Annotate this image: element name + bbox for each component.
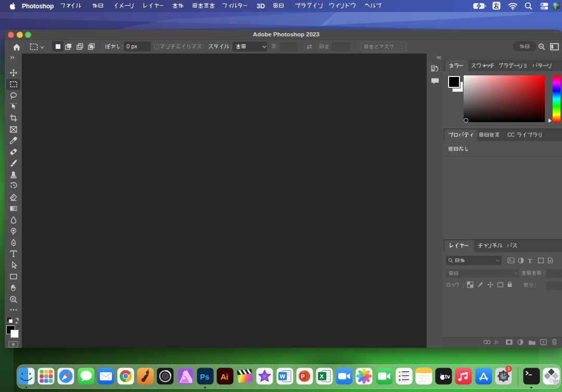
- svg-text:.: .: [397, 44, 399, 49]
- svg-text:Ai: Ai: [221, 373, 228, 381]
- svg-text:P: P: [301, 373, 304, 380]
- svg-text:.: .: [394, 44, 395, 49]
- svg-text:W: W: [279, 373, 285, 380]
- svg-text:C: C: [511, 132, 515, 138]
- svg-text:Ps: Ps: [200, 373, 209, 381]
- svg-text:.: .: [401, 44, 402, 49]
- svg-text:tv: tv: [445, 373, 451, 380]
- svg-text:X: X: [320, 373, 324, 380]
